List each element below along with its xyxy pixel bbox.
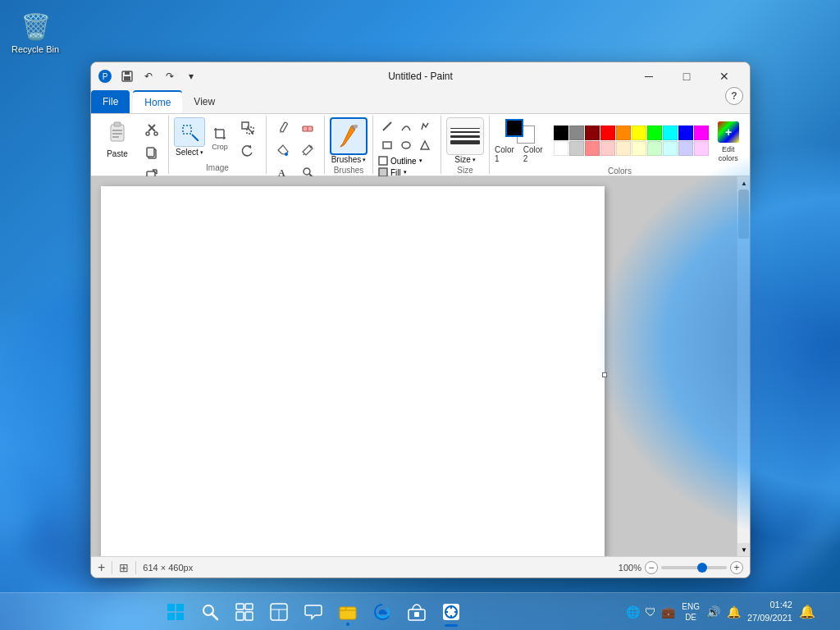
fill-tool-button[interactable] bbox=[272, 139, 294, 161]
colors-group-content: Color 1 Color 2 bbox=[495, 117, 745, 165]
clock-area[interactable]: 01:42 27/09/2021 bbox=[747, 599, 792, 624]
add-canvas-button[interactable]: + bbox=[98, 560, 105, 575]
scroll-track-v[interactable] bbox=[737, 189, 750, 543]
paste-button[interactable]: Paste bbox=[96, 117, 139, 162]
customize-quick-access-btn[interactable]: ▾ bbox=[181, 66, 201, 86]
color-swatch-14[interactable] bbox=[616, 141, 631, 156]
color-swatch-2[interactable] bbox=[585, 126, 600, 140]
teams-tray-icon[interactable]: 💼 bbox=[661, 605, 675, 619]
search-taskbar-button[interactable] bbox=[194, 596, 226, 628]
task-view-button[interactable] bbox=[229, 596, 260, 628]
color-swatch-12[interactable] bbox=[585, 141, 600, 156]
time-display: 01:42 bbox=[747, 599, 792, 611]
recycle-bin-icon[interactable]: 🗑️ Recycle Bin bbox=[7, 7, 64, 57]
tab-file[interactable]: File bbox=[91, 90, 130, 113]
notification-icon[interactable]: 🔔 bbox=[727, 605, 741, 619]
color-swatch-9[interactable] bbox=[694, 126, 709, 140]
shape-curve[interactable] bbox=[397, 117, 415, 135]
speaker-icon[interactable]: 🔊 bbox=[706, 605, 720, 619]
size-button[interactable] bbox=[446, 117, 484, 155]
outline-button[interactable]: Outline ▾ bbox=[378, 156, 436, 166]
scroll-up-button[interactable]: ▲ bbox=[737, 176, 750, 189]
chat-button[interactable] bbox=[298, 596, 329, 628]
svg-rect-37 bbox=[383, 142, 391, 148]
color-swatch-13[interactable] bbox=[600, 141, 615, 156]
edit-colors-button[interactable]: + Edit colors bbox=[712, 117, 745, 165]
zoom-out-button[interactable]: − bbox=[645, 561, 658, 574]
zoom-in-button[interactable]: + bbox=[730, 561, 743, 574]
redo-quick-btn[interactable]: ↷ bbox=[160, 66, 180, 86]
select-label[interactable]: Select ▾ bbox=[176, 148, 203, 157]
color-swatch-8[interactable] bbox=[678, 126, 693, 140]
svg-rect-60 bbox=[414, 612, 419, 617]
widgets-button[interactable] bbox=[263, 596, 294, 628]
vpn-icon[interactable]: 🛡 bbox=[645, 605, 656, 619]
tab-home[interactable]: Home bbox=[133, 90, 182, 113]
language-indicator[interactable]: ENG DE bbox=[682, 601, 700, 623]
color-swatch-1[interactable] bbox=[569, 126, 584, 140]
colors-group-label: Colors bbox=[608, 165, 632, 176]
eraser-tool-button[interactable] bbox=[296, 117, 319, 139]
color1-button[interactable]: Color 1 bbox=[495, 145, 518, 163]
pencil-tool-button[interactable] bbox=[272, 117, 294, 139]
color-swatch-16[interactable] bbox=[647, 141, 662, 156]
shape-line[interactable] bbox=[378, 117, 396, 135]
size-group: Size ▾ Size bbox=[441, 116, 490, 174]
shape-ellipse[interactable] bbox=[397, 136, 415, 154]
minimize-button[interactable]: ─ bbox=[630, 62, 668, 90]
canvas-scroll-area[interactable] bbox=[91, 176, 750, 556]
color-swatch-18[interactable] bbox=[678, 141, 693, 156]
color-swatch-19[interactable] bbox=[694, 141, 709, 156]
help-button[interactable]: ? bbox=[725, 87, 743, 105]
canvas-resize-handle-right[interactable] bbox=[602, 372, 607, 377]
taskbar-tray: 🌐 🛡 💼 ENG DE 🔊 🔔 01:42 27/09/2021 🔔 bbox=[626, 596, 840, 628]
color-swatch-17[interactable] bbox=[663, 141, 678, 156]
color-swatch-0[interactable] bbox=[554, 126, 568, 140]
selection-icon: ⊞ bbox=[119, 561, 129, 574]
shape-freeform[interactable] bbox=[416, 117, 434, 135]
action-center-icon[interactable]: 🔔 bbox=[799, 604, 815, 619]
scroll-down-button[interactable]: ▼ bbox=[737, 543, 750, 556]
maximize-button[interactable]: □ bbox=[668, 62, 705, 90]
cut-button[interactable] bbox=[140, 119, 163, 140]
start-button[interactable] bbox=[160, 596, 191, 628]
zoom-track[interactable] bbox=[661, 566, 727, 569]
brushes-button[interactable] bbox=[330, 117, 368, 155]
color1-box bbox=[505, 119, 523, 137]
network-icon[interactable]: 🌐 bbox=[626, 605, 640, 619]
undo-quick-btn[interactable]: ↶ bbox=[139, 66, 158, 86]
file-explorer-button[interactable] bbox=[332, 596, 363, 628]
save-quick-btn[interactable] bbox=[117, 66, 137, 86]
paint-taskbar-button[interactable] bbox=[436, 596, 467, 628]
color-swatch-6[interactable] bbox=[647, 126, 662, 140]
zoom-thumb[interactable] bbox=[697, 563, 707, 573]
svg-point-33 bbox=[304, 168, 310, 175]
copy-button[interactable] bbox=[140, 142, 163, 163]
color-swatch-4[interactable] bbox=[616, 126, 631, 140]
shape-rect[interactable] bbox=[378, 136, 396, 154]
vertical-scrollbar[interactable]: ▲ ▼ bbox=[737, 176, 750, 556]
edge-browser-button[interactable] bbox=[367, 596, 398, 628]
paint-canvas[interactable] bbox=[101, 186, 605, 556]
close-button[interactable]: ✕ bbox=[705, 62, 743, 90]
shape-triangle[interactable] bbox=[416, 136, 434, 154]
tab-view[interactable]: View bbox=[182, 90, 226, 113]
color2-button[interactable]: Color 2 bbox=[523, 145, 547, 163]
resize-button[interactable] bbox=[235, 117, 261, 139]
brushes-label[interactable]: Brushes ▾ bbox=[331, 155, 367, 164]
color-swatch-15[interactable] bbox=[632, 141, 646, 156]
color-swatch-10[interactable] bbox=[554, 141, 568, 156]
size-label[interactable]: Size ▾ bbox=[454, 155, 475, 164]
color-swatch-7[interactable] bbox=[663, 126, 678, 140]
color-picker-tool-button[interactable] bbox=[296, 139, 319, 161]
color-swatch-11[interactable] bbox=[569, 141, 584, 156]
rotate-button[interactable] bbox=[235, 140, 261, 162]
color-swatch-3[interactable] bbox=[600, 126, 615, 140]
store-button[interactable] bbox=[401, 596, 432, 628]
select-button[interactable] bbox=[174, 117, 205, 147]
scroll-thumb-v[interactable] bbox=[738, 189, 749, 239]
show-desktop-button[interactable] bbox=[822, 596, 830, 628]
crop-button[interactable]: Crop bbox=[207, 117, 233, 160]
color-swatch-5[interactable] bbox=[632, 126, 646, 140]
svg-text:P: P bbox=[103, 72, 108, 81]
